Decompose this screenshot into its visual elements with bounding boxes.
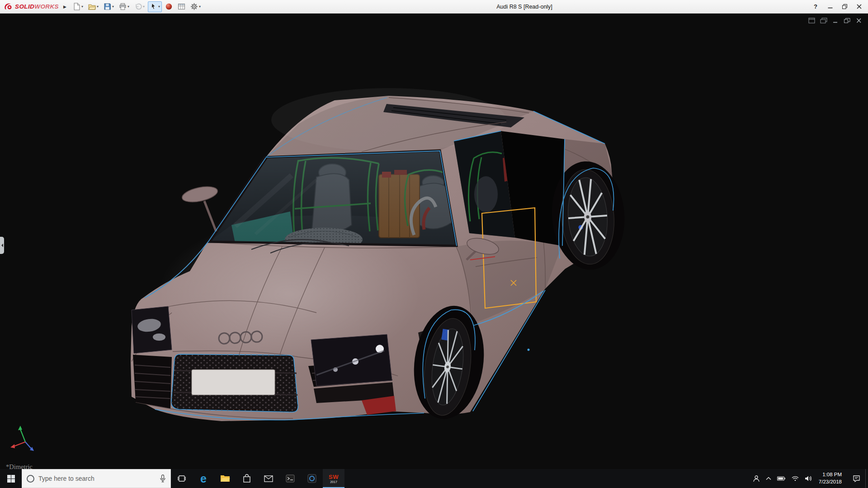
select-tool-button[interactable]: ▾ [148,1,162,12]
dassault-logo-icon [4,3,13,11]
media-app-icon [307,474,316,483]
clock-date: 7/23/2018 [819,479,842,486]
minimize-button[interactable] [823,0,837,13]
design-table-button[interactable] [176,1,187,12]
cascade-windows-icon [820,18,827,23]
audi-r8-model[interactable] [0,14,868,469]
vertex-marker [528,349,530,351]
options-button[interactable]: ▾ [189,1,203,12]
restore-button[interactable] [837,0,852,13]
speaker-icon [805,475,812,482]
table-icon [178,3,185,10]
dropdown-caret[interactable]: ▾ [81,5,83,9]
dropdown-caret[interactable]: ▾ [97,5,99,9]
new-document-button[interactable]: ▾ [71,1,85,12]
task-view-icon [177,474,186,483]
store-bag-icon [243,474,251,483]
mail-button[interactable] [258,469,279,488]
save-button[interactable]: ▾ [102,1,116,12]
window-controls: ? [808,0,866,13]
brand-text: SOLIDWORKS [15,3,59,10]
dropdown-caret[interactable]: ▾ [143,5,145,9]
minimize-icon [832,18,839,23]
network-button[interactable] [792,476,799,481]
print-button[interactable]: ▾ [117,1,131,12]
left-mirror [181,184,219,231]
close-icon [856,4,862,9]
start-button[interactable] [0,469,22,488]
restore-icon [844,18,851,23]
select-cursor-icon [150,3,157,10]
taskbar-clock[interactable]: 1:08 PM 7/23/2018 [818,471,843,485]
media-player-button[interactable] [301,469,323,488]
minimize-icon [827,4,833,9]
undo-icon [134,3,142,10]
save-icon [104,3,111,10]
orientation-triad[interactable] [8,424,41,456]
open-folder-icon [88,3,96,10]
document-window-controls [808,17,863,24]
battery-icon [777,476,786,481]
close-icon [855,18,863,23]
cortana-icon [27,475,34,483]
action-center-icon [853,475,860,482]
appearance-sphere-icon [165,3,173,10]
menu-flyout-arrow[interactable]: ▶ [63,5,66,9]
right-headlight [311,334,392,386]
undo-button[interactable]: ▾ [132,1,146,12]
taskbar-search[interactable] [22,469,171,488]
solidworks-logo: SOLIDWORKS [2,3,61,11]
wifi-icon [792,476,799,481]
battery-button[interactable] [777,476,786,481]
doc-restore-button[interactable] [843,17,851,24]
dropdown-caret[interactable]: ▾ [158,5,160,9]
windows-taskbar: e SW 2017 [0,469,868,488]
restore-icon [842,4,848,9]
dropdown-caret[interactable]: ▾ [112,5,114,9]
show-desktop-button[interactable] [865,469,868,488]
mail-envelope-icon [264,475,273,482]
new-window-icon [808,18,816,23]
doc-new-window-button[interactable] [808,17,816,24]
print-icon [119,3,127,10]
chevron-up-icon [766,477,771,480]
dropdown-caret[interactable]: ▾ [127,5,129,9]
edge-button[interactable]: e [193,469,214,488]
graphics-area[interactable]: *Dimetric [0,14,868,469]
quick-toolbar: ▾ ▾ ▾ ▾ ▾ ▾ [71,1,203,12]
command-prompt-button[interactable] [279,469,301,488]
close-button[interactable] [852,0,866,13]
open-button[interactable]: ▾ [86,1,100,12]
new-document-icon [73,3,80,10]
doc-minimize-button[interactable] [831,17,839,24]
terminal-icon [286,474,295,483]
feature-manager-collapse-tab[interactable] [0,237,4,254]
help-button[interactable]: ? [808,0,823,13]
doc-cascade-button[interactable] [820,17,827,24]
file-explorer-button[interactable] [214,469,236,488]
hidden-icons-button[interactable] [766,477,771,480]
store-button[interactable] [236,469,258,488]
microphone-icon[interactable] [160,474,166,483]
volume-button[interactable] [805,475,812,482]
doc-close-button[interactable] [855,17,863,24]
people-icon [753,475,760,482]
search-input[interactable] [38,475,156,482]
view-orientation-label: *Dimetric [6,463,33,469]
dropdown-caret[interactable]: ▾ [199,5,201,9]
task-view-button[interactable] [171,469,193,488]
y-axis-arrow [18,426,22,430]
windows-logo-icon [7,475,15,483]
edge-icon: e [200,472,207,485]
action-center-button[interactable] [847,469,865,488]
left-headlight [132,306,172,353]
titlebar: SOLIDWORKS ▶ ▾ ▾ ▾ ▾ ▾ ▾ [0,0,868,14]
clock-time: 1:08 PM [819,471,842,479]
solidworks-app-icon: SW 2017 [329,474,339,483]
appearances-button[interactable] [163,1,175,12]
folder-icon [220,474,230,483]
x-axis-arrow [10,444,15,448]
people-button[interactable] [753,475,760,482]
system-tray: 1:08 PM 7/23/2018 [748,469,847,488]
solidworks-2017-button[interactable]: SW 2017 [323,469,344,488]
